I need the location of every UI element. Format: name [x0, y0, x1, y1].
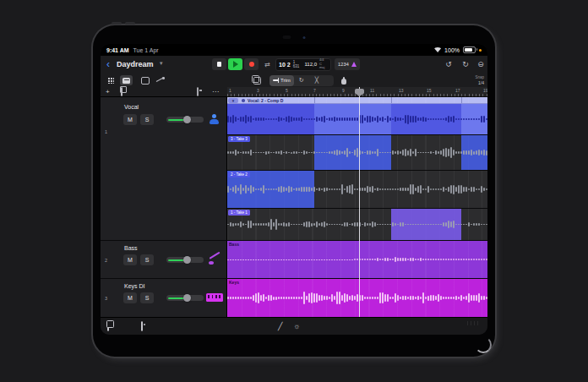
- take-label[interactable]: 2 - Take 2: [228, 172, 250, 177]
- bass-guitar-icon: [208, 253, 221, 265]
- take-label[interactable]: 1 - Take 1: [228, 210, 250, 216]
- ipad-device: 9:41 AM Tue 1 Apr 100% ‹ Daydream ▾ ⇄: [93, 25, 495, 357]
- ruler-tick: 1: [229, 88, 231, 93]
- metronome-icon[interactable]: [351, 62, 357, 67]
- keys-waveform: [227, 279, 487, 317]
- ruler-tick: 15: [427, 88, 432, 93]
- vocal-comp-region[interactable]: [227, 104, 487, 135]
- ruler-tick: 7: [313, 88, 316, 93]
- desktop-background: 9:41 AM Tue 1 Apr 100% ‹ Daydream ▾ ⇄: [0, 0, 588, 382]
- keys-region-label: Keys: [229, 280, 239, 285]
- track-list-toolbar: + ⋯: [101, 87, 227, 97]
- more-options-icon[interactable]: ⋯: [212, 88, 219, 96]
- volume-slider[interactable]: [166, 256, 204, 264]
- track-name[interactable]: Vocal: [124, 104, 139, 110]
- count-in-button[interactable]: 1234: [338, 62, 349, 67]
- mute-button[interactable]: M: [123, 114, 137, 125]
- add-track-icon[interactable]: +: [106, 88, 110, 96]
- browser-icon[interactable]: [107, 321, 109, 331]
- project-title[interactable]: Daydream: [117, 60, 154, 68]
- track-header-panel: + ⋯ 1 Vocal M S: [101, 87, 227, 317]
- take-lane-2[interactable]: 2 - Take 2: [227, 171, 487, 209]
- track-header-vocal[interactable]: 1 Vocal M S: [101, 97, 227, 241]
- split-tool-button[interactable]: ╳: [309, 75, 324, 86]
- track-header-keys[interactable]: 3 Keys DI M S: [101, 279, 227, 317]
- settings-icon[interactable]: ☼: [293, 321, 300, 331]
- arrange-area: + ⋯ 1 Vocal M S: [101, 87, 487, 317]
- ruler-tick: 3: [257, 88, 259, 93]
- take3-waveform: [227, 135, 487, 170]
- snap-value: 1/4: [475, 80, 484, 86]
- automation-button[interactable]: [154, 75, 166, 85]
- pencil-tool-icon[interactable]: ╱: [278, 321, 282, 331]
- tracks-view-icon: [122, 78, 130, 84]
- take1-waveform: [227, 209, 487, 240]
- status-bar: 9:41 AM Tue 1 Apr 100%: [101, 44, 487, 56]
- solo-button[interactable]: S: [140, 254, 154, 265]
- plugins-icon[interactable]: [141, 321, 143, 331]
- copy-button[interactable]: [251, 75, 264, 85]
- redo-icon[interactable]: ↻: [460, 59, 471, 69]
- keys-region[interactable]: Keys: [227, 279, 487, 317]
- take-label[interactable]: 3 - Take 3: [228, 136, 250, 142]
- comp-color-dot: [242, 99, 245, 102]
- rotate-tool-button[interactable]: ↻: [294, 75, 309, 86]
- record-button[interactable]: [244, 58, 259, 70]
- comp-disclosure-icon[interactable]: ▾: [228, 98, 238, 103]
- playhead-line[interactable]: [359, 87, 360, 317]
- undo-icon[interactable]: ↺: [444, 59, 454, 69]
- track-name[interactable]: Keys DI: [124, 283, 145, 289]
- play-icon: [233, 61, 238, 68]
- back-chevron-icon[interactable]: ‹: [106, 57, 110, 71]
- tracks-view-button[interactable]: [120, 75, 133, 85]
- lcd-display[interactable]: 10 2 1 631 112,0 4/4 C maj: [275, 58, 331, 71]
- cycle-icon: ⇄: [264, 61, 270, 68]
- take-lane-1[interactable]: 1 - Take 1: [227, 209, 487, 241]
- logic-pro-app-window: 9:41 AM Tue 1 Apr 100% ‹ Daydream ▾ ⇄: [101, 44, 487, 335]
- solo-button[interactable]: S: [140, 292, 154, 303]
- take-lane-3[interactable]: 3 - Take 3: [227, 135, 487, 171]
- count-in-metronome-group[interactable]: 1234: [335, 58, 360, 70]
- live-loops-button[interactable]: [139, 75, 151, 85]
- track-height-icon[interactable]: [197, 88, 199, 96]
- volume-slider[interactable]: [166, 116, 204, 123]
- track-header-bass[interactable]: 2 Bass M S: [101, 241, 227, 279]
- bezel-highlight: [475, 336, 492, 353]
- track-number: 3: [105, 296, 107, 301]
- play-button[interactable]: [228, 58, 242, 70]
- sound-browser-grid-button[interactable]: [105, 75, 117, 85]
- bass-region[interactable]: Bass: [227, 241, 487, 279]
- lcd-tempo: 112,0: [304, 62, 317, 67]
- bass-waveform: [227, 241, 487, 278]
- lcd-sub-position: 1 631: [293, 60, 302, 68]
- ruler-tick: 17: [455, 88, 460, 93]
- duplicate-track-icon[interactable]: [121, 88, 122, 96]
- track-name[interactable]: Bass: [124, 245, 138, 251]
- stop-icon: [217, 62, 222, 67]
- battery-icon: [463, 46, 476, 53]
- stop-button[interactable]: [212, 58, 226, 70]
- ruler-tick: 13: [399, 88, 404, 93]
- comp-region-header[interactable]: ▾ Vocal: 2 - Comp D: [227, 97, 487, 104]
- cycle-button[interactable]: ⇄: [260, 58, 275, 70]
- trim-tool-button[interactable]: Trim: [270, 75, 294, 86]
- hand-icon: [340, 77, 347, 85]
- trim-tool-label: Trim: [280, 78, 291, 83]
- clock-time: 9:41 AM: [106, 47, 129, 53]
- record-icon: [249, 62, 254, 67]
- ruler-tick: 9: [342, 88, 345, 93]
- mute-button[interactable]: M: [123, 254, 137, 265]
- project-menu-chevron-icon[interactable]: ▾: [160, 60, 163, 67]
- mute-button[interactable]: M: [123, 292, 137, 303]
- collapse-circle-icon[interactable]: ⊖: [476, 59, 486, 69]
- snap-control[interactable]: Snap 1/4: [475, 74, 484, 86]
- bottom-view-bar: ╱ ☼: [101, 317, 487, 335]
- rotate-tool-icon: ↻: [294, 77, 309, 84]
- volume-slider[interactable]: [166, 294, 204, 302]
- solo-button[interactable]: S: [140, 114, 154, 125]
- front-camera: [283, 35, 306, 39]
- tool-segmented-control: Trim ↻ ╳: [270, 75, 334, 86]
- ruler-tick: 19: [483, 88, 487, 93]
- volume-up-button: [112, 22, 122, 25]
- gesture-tool-button[interactable]: [337, 75, 350, 85]
